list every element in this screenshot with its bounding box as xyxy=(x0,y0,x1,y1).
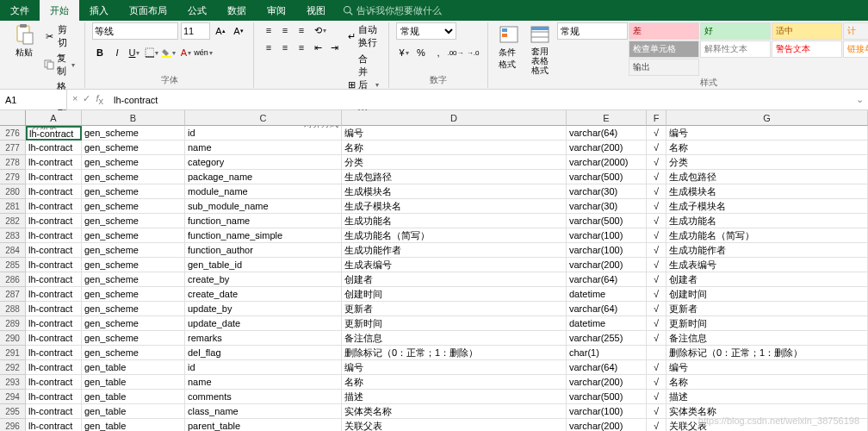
cell[interactable]: category xyxy=(185,155,342,170)
wrap-text-button[interactable]: ↵自动换行 xyxy=(345,22,381,50)
cell[interactable]: varchar(2000) xyxy=(567,155,647,170)
cell-style-option[interactable]: 解释性文本 xyxy=(700,41,771,58)
cell-style-option[interactable]: 链接单元格 xyxy=(843,41,868,58)
cell[interactable]: 生成模块名 xyxy=(666,184,868,199)
cell[interactable]: varchar(64) xyxy=(567,302,647,316)
cell[interactable]: lh-contract xyxy=(26,141,82,155)
cell[interactable]: gen_scheme xyxy=(82,170,185,184)
cell[interactable]: 生成包路径 xyxy=(342,170,567,184)
cell-style-option[interactable]: 检查单元格 xyxy=(629,41,699,58)
phonetic-button[interactable]: wén▾ xyxy=(195,45,211,60)
cell[interactable]: 生成包路径 xyxy=(666,170,868,184)
cell[interactable]: 更新者 xyxy=(666,302,868,316)
cell[interactable]: varchar(500) xyxy=(567,214,647,228)
row-header[interactable]: 281 xyxy=(0,199,26,214)
decrease-decimal-button[interactable]: →.0 xyxy=(465,45,480,60)
tab-home[interactable]: 开始 xyxy=(40,0,79,21)
comma-button[interactable]: , xyxy=(431,45,446,60)
cell[interactable]: varchar(30) xyxy=(567,184,647,199)
cell[interactable]: 删除标记（0：正常；1：删除） xyxy=(342,346,567,360)
orientation-button[interactable]: ⟲▾ xyxy=(310,22,331,38)
cell[interactable]: 编号 xyxy=(666,126,868,141)
cell[interactable]: 编号 xyxy=(342,126,567,141)
currency-button[interactable]: ¥▾ xyxy=(396,45,412,60)
italic-button[interactable]: I xyxy=(109,45,125,60)
cell[interactable]: varchar(255) xyxy=(567,331,647,346)
cell[interactable]: varchar(64) xyxy=(567,126,647,141)
cell[interactable]: del_flag xyxy=(185,346,342,360)
cell[interactable]: varchar(200) xyxy=(567,419,647,431)
cell[interactable]: √ xyxy=(647,404,666,419)
cell[interactable]: lh-contract xyxy=(26,184,82,199)
cell[interactable]: √ xyxy=(647,375,666,390)
cell[interactable]: 生成功能名 xyxy=(342,214,567,228)
cell[interactable]: gen_scheme xyxy=(82,331,185,346)
cell[interactable]: update_by xyxy=(185,302,342,316)
cell[interactable]: √ xyxy=(647,184,666,199)
cell[interactable]: lh-contract xyxy=(26,272,82,287)
cell[interactable]: √ xyxy=(647,302,666,316)
font-size-select[interactable] xyxy=(181,22,210,40)
row-header[interactable]: 283 xyxy=(0,228,26,243)
cell[interactable]: module_name xyxy=(185,184,342,199)
cell[interactable]: 生成表编号 xyxy=(666,258,868,272)
cell[interactable]: 备注信息 xyxy=(342,331,567,346)
cell[interactable]: 编号 xyxy=(342,360,567,375)
cell[interactable]: 创建时间 xyxy=(342,287,567,302)
cell[interactable]: lh-contract xyxy=(26,346,82,360)
cell-style-input[interactable] xyxy=(557,22,628,40)
row-header[interactable]: 282 xyxy=(0,214,26,228)
tab-layout[interactable]: 页面布局 xyxy=(119,0,177,21)
cell[interactable]: 生成功能名 xyxy=(666,214,868,228)
row-header[interactable]: 294 xyxy=(0,390,26,404)
column-header[interactable]: F xyxy=(647,110,666,126)
cut-button[interactable]: ✂剪切 xyxy=(41,22,78,50)
cell[interactable]: lh-contract xyxy=(26,390,82,404)
cell[interactable]: 名称 xyxy=(666,375,868,390)
cell[interactable]: 生成子模块名 xyxy=(342,199,567,214)
cell[interactable]: varchar(64) xyxy=(567,360,647,375)
select-all-corner[interactable] xyxy=(0,110,26,126)
cell[interactable]: 创建时间 xyxy=(666,287,868,302)
column-header[interactable]: A xyxy=(26,110,82,126)
copy-button[interactable]: 复制▾ xyxy=(41,51,78,78)
enter-formula-button[interactable]: ✓ xyxy=(83,93,90,106)
formula-bar[interactable] xyxy=(108,90,851,109)
column-header[interactable]: C xyxy=(185,110,342,126)
align-center-button[interactable]: ≡ xyxy=(277,40,293,55)
align-bottom-button[interactable]: ≡ xyxy=(294,22,309,38)
row-header[interactable]: 289 xyxy=(0,316,26,331)
cell[interactable]: 创建者 xyxy=(342,272,567,287)
increase-indent-button[interactable]: ⇥ xyxy=(326,40,342,55)
cell[interactable]: gen_table_id xyxy=(185,258,342,272)
cell[interactable]: √ xyxy=(647,360,666,375)
cell-style-option[interactable]: 差 xyxy=(629,22,699,40)
cell[interactable]: 创建者 xyxy=(666,272,868,287)
cell[interactable]: name xyxy=(185,141,342,155)
row-header[interactable]: 293 xyxy=(0,375,26,390)
tab-view[interactable]: 视图 xyxy=(296,0,336,21)
cell[interactable]: gen_scheme xyxy=(82,243,185,258)
cell[interactable]: √ xyxy=(647,419,666,431)
cell[interactable]: function_author xyxy=(185,243,342,258)
cell[interactable]: 名称 xyxy=(666,141,868,155)
cell[interactable]: varchar(200) xyxy=(567,258,647,272)
cell[interactable]: lh-contract xyxy=(26,375,82,390)
cell[interactable]: lh-contract xyxy=(26,214,82,228)
cell[interactable]: 分类 xyxy=(342,155,567,170)
cell[interactable]: gen_scheme xyxy=(82,199,185,214)
cell[interactable]: gen_scheme xyxy=(82,184,185,199)
cell[interactable]: lh-contract xyxy=(26,302,82,316)
number-format-select[interactable]: 常规 xyxy=(396,22,456,40)
row-header[interactable]: 278 xyxy=(0,155,26,170)
decrease-indent-button[interactable]: ⇤ xyxy=(310,40,326,55)
cell[interactable]: 实体类名称 xyxy=(666,404,868,419)
cell[interactable]: √ xyxy=(647,243,666,258)
cell[interactable]: 编号 xyxy=(666,360,868,375)
column-header[interactable]: B xyxy=(82,110,185,126)
cell[interactable]: 关联父表 xyxy=(342,419,567,431)
cell[interactable]: 更新时间 xyxy=(666,316,868,331)
align-left-button[interactable]: ≡ xyxy=(261,40,276,55)
cell[interactable]: 名称 xyxy=(342,375,567,390)
cell[interactable]: 备注信息 xyxy=(666,331,868,346)
